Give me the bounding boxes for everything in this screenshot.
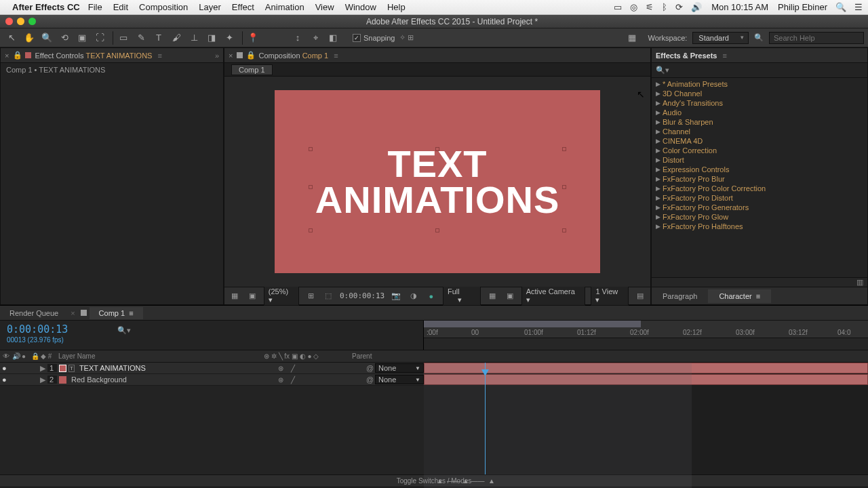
col-lock-icon[interactable]: 🔒 [28,352,38,360]
effects-category[interactable]: ▶Expression Controls [652,165,867,174]
align-icon[interactable]: ↕ [290,31,305,45]
selection-handle[interactable] [309,185,313,189]
effects-category[interactable]: ▶FxFactory Pro Halftones [652,222,867,231]
effects-category[interactable]: ▶Channel [652,127,867,136]
effects-category[interactable]: ▶Blur & Sharpen [652,117,867,127]
lock-icon[interactable]: 🔒 [246,51,256,60]
tab-comp[interactable]: Comp 1 ≡ [90,307,143,319]
menubar-clock[interactable]: Mon 10:15 AM [711,2,768,12]
effects-search-input[interactable] [672,65,863,75]
menu-layer[interactable]: Layer [199,2,221,12]
close-tab-icon[interactable]: × [68,309,77,317]
effects-category[interactable]: ▶Color Correction [652,146,867,155]
camera-tool-icon[interactable]: ▣ [75,31,90,45]
wifi-icon[interactable]: ⚟ [646,2,654,12]
zoom-dropdown[interactable]: (25%) ▾ [264,286,299,306]
tab-render-queue[interactable]: Render Queue [0,307,68,319]
snapping-toggle[interactable]: ✓ Snapping ✧ ⊞ [353,33,414,42]
sync-icon[interactable]: ⟳ [675,2,683,12]
effects-category[interactable]: ▶Andy's Transitions [652,98,867,108]
timeline-tracks[interactable] [424,363,868,474]
roto-tool-icon[interactable]: ✦ [222,31,237,45]
menu-animation[interactable]: Animation [265,2,304,12]
resolution-icon[interactable]: ⊞ [304,291,317,302]
col-label-icon[interactable]: ◆ # [38,352,56,360]
close-window-button[interactable] [5,18,13,25]
canvas-text-line2[interactable]: ANIMATIONS [315,182,560,218]
footer-timecode[interactable]: 0:00:00:13 [340,291,384,300]
search-help-input[interactable] [769,32,864,44]
menubar-user[interactable]: Philip Ebiner [778,2,827,12]
cloud-icon[interactable]: ◎ [630,2,637,12]
selection-handle[interactable] [562,228,566,232]
close-tab-icon[interactable]: × [5,52,9,60]
menu-window[interactable]: Window [345,2,376,12]
puppet-tool-icon[interactable]: 📍 [245,31,260,45]
effects-category[interactable]: ▶CINEMA 4D [652,136,867,146]
brightness-icon[interactable]: ▦ [625,31,639,45]
color-mgmt-icon[interactable]: ● [425,291,437,302]
overflow-icon[interactable]: » [215,52,219,60]
3d-icon[interactable]: ▣ [504,291,516,302]
bluetooth-icon[interactable]: ᛒ [662,2,667,12]
selection-handle[interactable] [435,147,439,151]
eraser-tool-icon[interactable]: ◨ [204,31,219,45]
mask-icon[interactable]: ◧ [326,31,340,45]
grid-icon[interactable]: ▦ [229,291,241,302]
effects-category[interactable]: ▶FxFactory Pro Generators [652,203,867,212]
resolution-dropdown[interactable]: Full ▾ [443,286,481,306]
effects-category[interactable]: ▶3D Channel [652,89,867,98]
menu-help[interactable]: Help [387,2,406,12]
time-ruler[interactable]: :00f 00 01:00f 01:12f 02:00f 02:12f 03:0… [424,321,868,338]
composition-viewer[interactable]: TEXT ANIMATIONS ↖ [224,77,650,287]
effects-category[interactable]: ▶* Animation Presets [652,79,867,89]
layer-color-swatch[interactable] [59,376,66,384]
layer-name[interactable]: TEXT ANIMATIONS [77,364,276,372]
rectangle-tool-icon[interactable]: ▭ [116,31,131,45]
volume-icon[interactable]: 🔊 [691,2,702,12]
notifications-icon[interactable]: ☰ [854,2,863,12]
transparency-icon[interactable]: ▦ [486,291,498,302]
pickwhip-icon[interactable]: @ [364,375,375,384]
selection-handle[interactable] [562,185,566,189]
view-dropdown[interactable]: 1 View ▾ [591,286,629,306]
effects-category[interactable]: ▶FxFactory Pro Glow [652,212,867,222]
layer-row[interactable]: ● ▶ 1 T TEXT ANIMATIONS ⊛ ╱ @ None▼ [0,363,424,374]
pen-tool-icon[interactable]: ✎ [134,31,149,45]
roi-icon[interactable]: ⬚ [322,291,334,302]
layer-row[interactable]: ● ▶ 2 Red Background ⊛ ╱ @ None▼ [0,374,424,386]
minimize-window-button[interactable] [17,18,24,25]
selection-handle[interactable] [309,147,313,151]
tab-paragraph[interactable]: Paragraph [652,289,708,303]
menu-view[interactable]: View [315,2,334,12]
selection-handle[interactable] [435,228,439,232]
channel-icon[interactable]: ◑ [408,291,420,302]
effects-category[interactable]: ▶FxFactory Pro Color Correction [652,184,867,193]
anchor-icon[interactable]: ⌖ [308,31,323,45]
selection-handle[interactable] [562,147,566,151]
pixel-aspect-icon[interactable]: ▤ [634,291,646,302]
camera-dropdown[interactable]: Active Camera ▾ [521,286,586,306]
checkbox-icon[interactable]: ✓ [353,34,361,42]
panel-menu-icon[interactable]: ≡ [334,52,338,60]
playhead[interactable] [485,363,486,474]
col-audio-icon[interactable]: 🔊 [9,352,19,360]
parent-dropdown[interactable]: None▼ [375,375,424,384]
brush-tool-icon[interactable]: 🖌 [169,31,184,45]
close-tab-icon[interactable]: × [229,52,233,60]
comp-tab[interactable]: Comp 1 [231,64,273,75]
orbit-tool-icon[interactable]: ⟲ [57,31,72,45]
new-bin-icon[interactable]: ▥ [856,278,863,286]
snapshot-icon[interactable]: 📷 [390,291,402,302]
layer-color-swatch[interactable] [59,365,66,372]
zoom-tool-icon[interactable]: 🔍 [39,31,54,45]
menu-effect[interactable]: Effect [232,2,254,12]
clone-tool-icon[interactable]: ⊥ [186,31,201,45]
timeline-search-icon[interactable]: 🔍▾ [117,326,131,334]
battery-icon[interactable]: ▭ [614,2,622,12]
visibility-toggle[interactable]: ● [0,364,9,372]
workspace-dropdown[interactable]: Standard [692,32,749,44]
timeline-timecode[interactable]: 0:00:00:13 [7,323,68,336]
col-visibility-icon[interactable]: 👁 [0,352,9,360]
twirl-icon[interactable]: ▶ [38,375,47,384]
